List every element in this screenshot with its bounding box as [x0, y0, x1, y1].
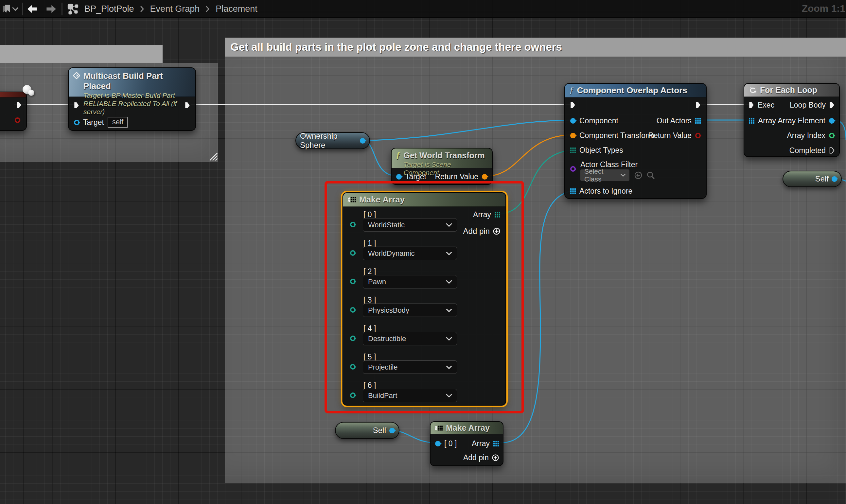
breadcrumb-placement[interactable]: Placement: [216, 4, 257, 14]
array-input-label: Array: [758, 116, 776, 125]
function-icon: ƒ: [569, 85, 574, 95]
breadcrumb-event-graph[interactable]: Event Graph: [150, 4, 200, 14]
completed-label: Completed: [789, 146, 826, 155]
exec-label: Exec: [758, 101, 774, 110]
ownership-sphere-label: Ownership Sphere: [300, 131, 357, 150]
target-pin-label: Target: [83, 118, 104, 127]
node-title: Get World Transform: [404, 151, 488, 160]
chevron-down-icon: [620, 174, 626, 177]
array-input-pin[interactable]: [749, 118, 754, 124]
comment-small-header[interactable]: [0, 45, 163, 63]
item-0-pin[interactable]: [435, 441, 441, 447]
item-0-label: [ 0 ]: [444, 439, 457, 448]
self-label: Self: [373, 426, 386, 435]
node-title: Component Overlap Actors: [577, 85, 687, 95]
comment-main-title: Get all build parts in the plot pole zon…: [230, 41, 562, 53]
array-index-pin[interactable]: [829, 133, 834, 138]
return-value-label: Return Value: [435, 173, 478, 181]
node-ownership-sphere[interactable]: Ownership Sphere: [295, 132, 370, 149]
function-icon: ƒ: [396, 150, 400, 160]
target-pin-label: Target: [405, 173, 426, 181]
component-pin[interactable]: [570, 118, 576, 124]
node-make-array-small[interactable]: Make Array [ 0 ] Array Add pin: [430, 421, 503, 466]
select-class-dropdown[interactable]: Select Class: [580, 169, 629, 181]
array-index-label: Array Index: [787, 131, 825, 140]
exec-out-pin[interactable]: [16, 102, 22, 108]
graph-icon: [67, 4, 78, 15]
array-element-label: Array Element: [778, 116, 825, 125]
target-pin[interactable]: [74, 120, 79, 125]
component-transform-label: Component Transform: [579, 131, 654, 140]
graph-toolbar: BP_PlotPole Event Graph Placement Zoom 1…: [0, 0, 846, 18]
actors-to-ignore-label: Actors to Ignore: [579, 187, 632, 196]
component-transform-pin[interactable]: [570, 133, 576, 138]
comment-bubble-sphere-small: [28, 90, 34, 96]
breadcrumb-chevron-icon: [206, 6, 209, 12]
target-pin[interactable]: [396, 174, 402, 180]
self-label: Self: [815, 174, 829, 183]
loop-icon: [749, 87, 757, 93]
loop-body-label: Loop Body: [790, 101, 826, 110]
out-actors-label: Out Actors: [656, 116, 691, 125]
plus-circle-icon: [492, 454, 499, 461]
loop-body-pin[interactable]: [829, 102, 834, 108]
self-output-pin[interactable]: [832, 176, 837, 182]
navigate-forward-icon[interactable]: [46, 5, 56, 13]
actors-to-ignore-pin[interactable]: [570, 188, 576, 194]
add-pin-button[interactable]: Add pin: [463, 453, 499, 462]
breadcrumb-chevron-icon: [140, 6, 144, 12]
comment-resize-handle[interactable]: [209, 152, 218, 161]
make-array-icon: [435, 426, 443, 431]
search-icon[interactable]: [647, 172, 654, 179]
use-selected-icon[interactable]: [634, 172, 642, 179]
comment-main-header[interactable]: Get all build parts in the plot pole zon…: [225, 38, 846, 57]
bookmark-icon[interactable]: [3, 4, 11, 13]
node-title: For Each Loop: [760, 85, 817, 95]
exec-out-pin[interactable]: [696, 102, 701, 108]
array-element-pin[interactable]: [829, 118, 834, 124]
node-title: Make Array: [446, 423, 490, 433]
component-pin-label: Component: [579, 116, 618, 125]
breadcrumb-blueprint[interactable]: BP_PlotPole: [85, 4, 134, 14]
toolbar-separator: [22, 3, 23, 15]
node-component-overlap-actors[interactable]: ƒ Component Overlap Actors Component Out…: [564, 83, 707, 199]
array-output-pin[interactable]: [493, 441, 499, 447]
node-for-each-loop[interactable]: For Each Loop Exec Loop Body Array Array…: [743, 83, 840, 157]
toolbar-separator: [61, 3, 62, 15]
annotation-rectangle: [325, 181, 524, 413]
object-types-pin[interactable]: [570, 147, 576, 153]
select-class-label: Select Class: [584, 167, 617, 183]
node-subtitle-line1: Target is BP Master Build Part: [84, 91, 191, 100]
return-value-pin[interactable]: [695, 133, 701, 138]
navigate-back-icon[interactable]: [28, 5, 37, 13]
exec-out-pin[interactable]: [185, 102, 190, 109]
node-self-bottom[interactable]: Self: [335, 422, 399, 439]
return-value-pin[interactable]: [482, 174, 487, 180]
node-multicast-build-part-placed[interactable]: Multicast Build Part Placed Target is BP…: [68, 67, 196, 131]
event-diamond-icon: [73, 72, 80, 79]
completed-pin[interactable]: [829, 147, 834, 154]
red-output-pin[interactable]: [15, 118, 20, 123]
add-pin-label: Add pin: [463, 453, 489, 462]
node-title: Multicast Build Part Placed: [84, 71, 191, 91]
exec-in-pin[interactable]: [749, 102, 754, 108]
node-self-right[interactable]: Self: [782, 171, 842, 187]
zoom-level-label: Zoom 1:1: [802, 3, 845, 14]
partial-event-node-header: [0, 92, 26, 97]
node-subtitle-line2: RELIABLE Replicated To All (if server): [84, 100, 191, 116]
bookmark-dropdown-chevron-icon[interactable]: [13, 7, 18, 11]
target-value-field[interactable]: self: [108, 117, 128, 128]
object-types-label: Object Types: [579, 146, 623, 155]
out-actors-pin[interactable]: [695, 118, 701, 124]
node-get-world-transform[interactable]: ƒ Get World Transform Target is Scene Co…: [391, 148, 493, 185]
breadcrumb: BP_PlotPole Event Graph Placement: [85, 0, 257, 18]
array-output-label: Array: [472, 439, 490, 448]
exec-in-pin[interactable]: [74, 102, 79, 109]
actor-class-filter-pin[interactable]: [570, 166, 576, 172]
ownership-sphere-output-pin[interactable]: [360, 138, 365, 144]
partial-event-node[interactable]: [0, 92, 27, 131]
blueprint-canvas[interactable]: Get all build parts in the plot pole zon…: [0, 0, 846, 504]
self-output-pin[interactable]: [389, 428, 395, 433]
exec-in-pin[interactable]: [570, 102, 575, 108]
return-value-label: Return Value: [648, 131, 691, 140]
